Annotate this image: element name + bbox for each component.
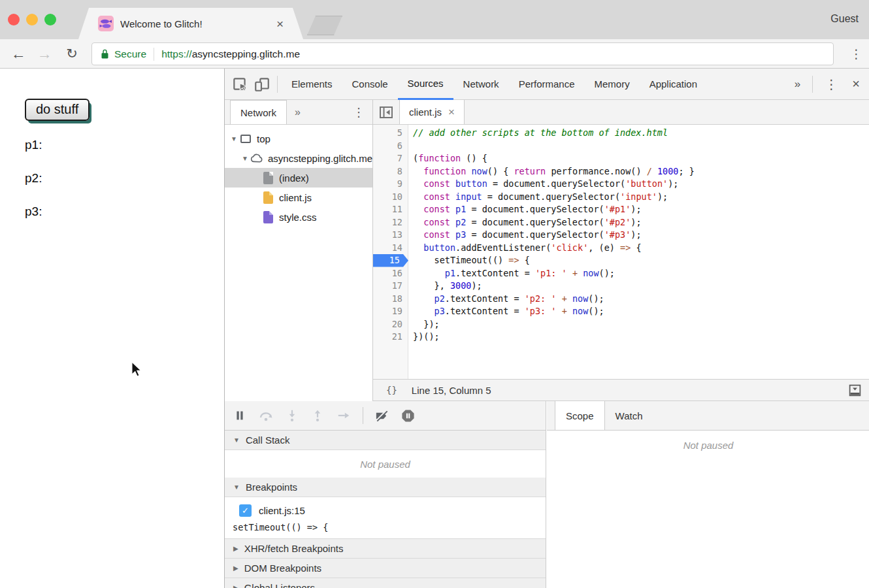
step-icon[interactable] <box>336 408 352 423</box>
show-drawer-icon[interactable] <box>848 384 862 397</box>
code-line[interactable] <box>408 140 418 153</box>
section-header-xhr-fetch-breakpoints[interactable]: ▶XHR/fetch Breakpoints <box>225 539 546 559</box>
navigator-menu-icon[interactable]: ⋮ <box>345 100 372 124</box>
device-toolbar-icon[interactable] <box>251 73 273 95</box>
code-line[interactable]: const p3 = document.querySelector('#p3')… <box>408 229 642 242</box>
code-editor[interactable]: 5// add other scripts at the bottom of i… <box>373 125 869 379</box>
tree-item--index-[interactable]: (index) <box>225 168 372 188</box>
devtools-tab-memory[interactable]: Memory <box>585 69 640 100</box>
devtools-tab-console[interactable]: Console <box>342 69 398 100</box>
code-line[interactable]: // add other scripts at the bottom of in… <box>408 127 668 140</box>
line-number[interactable]: 10 <box>373 191 408 204</box>
devtools-close-icon[interactable]: × <box>845 76 866 91</box>
pretty-print-icon[interactable]: {} <box>386 385 397 395</box>
code-line[interactable]: }); <box>408 318 440 331</box>
devtools-tab-performance[interactable]: Performance <box>509 69 585 100</box>
breakpoint-marker[interactable]: 15 <box>373 254 408 267</box>
editor-tab-clientjs[interactable]: client.js × <box>399 100 465 124</box>
new-tab-button[interactable] <box>307 16 342 35</box>
url-bar[interactable]: Secure https:// asyncstepping.glitch.me <box>91 42 834 65</box>
breakpoint-checkbox[interactable]: ✓ <box>239 504 252 517</box>
tab-watch[interactable]: Watch <box>605 401 653 430</box>
pause-on-exceptions-icon[interactable] <box>401 408 416 423</box>
code-line[interactable]: (function () { <box>408 152 487 165</box>
breakpoint-entry[interactable]: ✓ client.js:15 setTimeout(() => { <box>225 497 546 539</box>
minimize-window-button[interactable] <box>26 14 38 25</box>
tree-item-top[interactable]: ▼top <box>225 129 372 148</box>
inspect-element-icon[interactable] <box>229 73 251 95</box>
tree-item-label: asyncstepping.glitch.me <box>268 153 372 164</box>
browser-menu-icon[interactable]: ⋮ <box>850 39 862 68</box>
code-line[interactable]: function now() { return performance.now(… <box>408 165 695 178</box>
code-line[interactable]: setTimeout(() => { <box>408 254 530 267</box>
editor-tab-close-icon[interactable]: × <box>448 106 455 119</box>
devtools-tab-application[interactable]: Application <box>640 69 707 100</box>
profile-label[interactable]: Guest <box>830 13 859 25</box>
tree-item-client-js[interactable]: client.js <box>225 188 372 207</box>
line-number[interactable]: 18 <box>373 293 408 306</box>
navigator-tab-network[interactable]: Network <box>230 100 287 124</box>
line-number[interactable]: 9 <box>373 178 408 191</box>
step-into-icon[interactable] <box>285 408 299 423</box>
step-out-icon[interactable] <box>310 408 325 423</box>
line-number[interactable]: 21 <box>373 331 408 344</box>
browser-tab[interactable]: Welcome to Glitch! × <box>78 8 303 39</box>
code-row: 20 }); <box>373 318 869 331</box>
reload-button[interactable]: ↻ <box>61 39 82 68</box>
line-number[interactable]: 7 <box>373 152 408 165</box>
devtools-tab-sources[interactable]: Sources <box>398 69 453 100</box>
do-stuff-button[interactable]: do stuff <box>25 99 90 121</box>
scope-empty-label: Not paused <box>683 440 734 451</box>
code-line[interactable]: p1.textContent = 'p1: ' + now(); <box>408 267 615 280</box>
breakpoints-header[interactable]: ▼ Breakpoints <box>225 478 546 497</box>
zoom-window-button[interactable] <box>44 14 56 25</box>
forward-button[interactable]: → <box>34 39 55 68</box>
back-button[interactable]: ← <box>8 39 29 68</box>
code-line[interactable]: p2.textContent = 'p2: ' + now(); <box>408 293 604 306</box>
code-row: 5// add other scripts at the bottom of i… <box>373 127 869 140</box>
devtools-menu-icon[interactable]: ⋮ <box>818 76 844 92</box>
line-number[interactable]: 17 <box>373 280 408 293</box>
pause-script-icon[interactable] <box>233 408 247 423</box>
paragraph-p2: p2: <box>25 171 42 186</box>
devtools-tab-network[interactable]: Network <box>453 69 509 100</box>
line-number[interactable]: 16 <box>373 267 408 280</box>
code-line[interactable]: }, 3000); <box>408 280 482 293</box>
tab-scope[interactable]: Scope <box>555 401 605 430</box>
section-header-global-listeners[interactable]: ▶Global Listeners <box>225 578 546 588</box>
line-number[interactable]: 14 <box>373 242 408 255</box>
tree-item-style-css[interactable]: style.css <box>225 207 372 227</box>
line-number[interactable]: 6 <box>373 140 408 153</box>
call-stack-header[interactable]: ▼ Call Stack <box>225 431 546 450</box>
line-number[interactable]: 5 <box>373 127 408 140</box>
tree-item-asyncstepping-glitch-me[interactable]: ▼asyncstepping.glitch.me <box>225 148 372 168</box>
line-number[interactable]: 19 <box>373 305 408 318</box>
call-stack-empty-label: Not paused <box>360 459 410 470</box>
breakpoint-code-snippet: setTimeout(() => { <box>233 522 328 532</box>
tab-close-icon[interactable]: × <box>276 18 284 30</box>
tree-expander-icon[interactable]: ▼ <box>229 135 239 142</box>
deactivate-breakpoints-icon[interactable] <box>374 408 389 423</box>
code-line[interactable]: const p1 = document.querySelector('#p1')… <box>408 203 642 216</box>
line-number[interactable]: 8 <box>373 165 408 178</box>
paragraph-p3: p3: <box>25 204 42 219</box>
line-number[interactable]: 11 <box>373 203 408 216</box>
code-line[interactable]: const button = document.querySelector('b… <box>408 178 678 191</box>
code-line[interactable]: button.addEventListener('click', (e) => … <box>408 242 642 255</box>
step-over-icon[interactable] <box>258 408 274 423</box>
section-header-dom-breakpoints[interactable]: ▶DOM Breakpoints <box>225 559 546 578</box>
tree-expander-icon[interactable]: ▼ <box>240 155 250 162</box>
devtools-tab-elements[interactable]: Elements <box>282 69 342 100</box>
code-line[interactable]: })(); <box>408 331 440 344</box>
close-window-button[interactable] <box>8 14 20 25</box>
more-tabs-icon[interactable]: » <box>788 78 807 91</box>
code-line[interactable]: p3.textContent = 'p3: ' + now(); <box>408 305 604 318</box>
line-number[interactable]: 13 <box>373 229 408 242</box>
code-line[interactable]: const p2 = document.querySelector('#p2')… <box>408 216 642 229</box>
code-row: 21})(); <box>373 331 869 344</box>
code-line[interactable]: const input = document.querySelector('in… <box>408 191 668 204</box>
navigator-more-tabs-icon[interactable]: » <box>287 100 308 124</box>
line-number[interactable]: 20 <box>373 318 408 331</box>
collapse-navigator-icon[interactable] <box>373 100 399 124</box>
line-number[interactable]: 12 <box>373 216 408 229</box>
